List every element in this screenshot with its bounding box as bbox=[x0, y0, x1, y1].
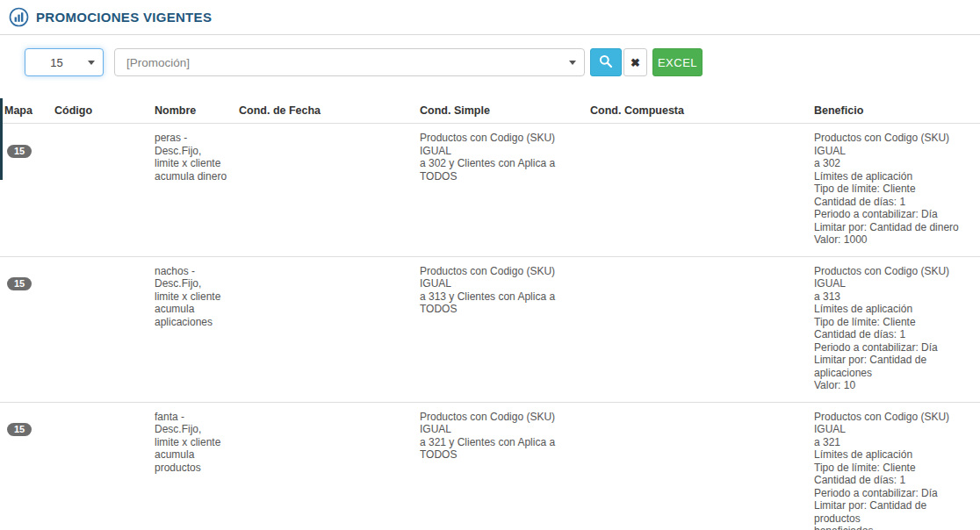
clear-search-button[interactable]: ✖ bbox=[623, 48, 647, 76]
search-icon bbox=[599, 54, 613, 71]
table-row: 15 peras - Desc.Fijo, limite x cliente a… bbox=[0, 124, 980, 256]
map-badge[interactable]: 15 bbox=[7, 423, 32, 436]
page-size-value: 15 bbox=[25, 56, 88, 69]
cell-cond-compuesta bbox=[586, 403, 810, 530]
table-row: 15 nachos - Desc.Fijo, limite x cliente … bbox=[0, 256, 980, 402]
excel-export-button[interactable]: EXCEL bbox=[652, 48, 703, 76]
promotion-filter-combobox[interactable]: [Promoción] bbox=[114, 48, 585, 76]
column-header-cond-simple: Cond. Simple bbox=[415, 100, 586, 123]
left-edge-scrollbar-thumb[interactable] bbox=[0, 98, 3, 180]
chevron-down-icon bbox=[88, 61, 95, 65]
cell-mapa: 15 bbox=[0, 124, 50, 256]
cell-mapa: 15 bbox=[0, 257, 50, 402]
cell-beneficio: Productos con Codigo (SKU) IGUAL a 313 L… bbox=[810, 257, 980, 402]
search-button[interactable] bbox=[590, 48, 622, 76]
cell-cond-compuesta bbox=[586, 124, 810, 256]
column-header-mapa: Mapa bbox=[0, 100, 50, 123]
excel-button-label: EXCEL bbox=[658, 56, 697, 69]
app-header: PROMOCIONES VIGENTES bbox=[0, 0, 980, 35]
cell-cond-simple: Productos con Codigo (SKU) IGUAL a 302 y… bbox=[415, 124, 586, 256]
column-header-nombre: Nombre bbox=[150, 100, 234, 123]
promotions-table: Mapa Código Nombre Cond. de Fecha Cond. … bbox=[0, 100, 980, 530]
cell-beneficio: Productos con Codigo (SKU) IGUAL a 321 L… bbox=[810, 403, 980, 530]
page-title: PROMOCIONES VIGENTES bbox=[36, 10, 212, 25]
cell-cond-fecha bbox=[234, 403, 415, 530]
cell-nombre: fanta - Desc.Fijo, limite x cliente acum… bbox=[150, 403, 234, 530]
map-badge[interactable]: 15 bbox=[7, 277, 32, 290]
column-header-cond-fecha: Cond. de Fecha bbox=[234, 100, 415, 123]
cell-codigo bbox=[50, 257, 150, 402]
toolbar: 15 [Promoción] ✖ EXCEL bbox=[25, 48, 980, 76]
table-body: 15 peras - Desc.Fijo, limite x cliente a… bbox=[0, 124, 980, 530]
x-icon: ✖ bbox=[631, 56, 640, 69]
cell-cond-fecha bbox=[234, 124, 415, 256]
cell-cond-compuesta bbox=[586, 257, 810, 402]
column-header-beneficio: Beneficio bbox=[810, 100, 980, 123]
cell-cond-fecha bbox=[234, 257, 415, 402]
table-header-row: Mapa Código Nombre Cond. de Fecha Cond. … bbox=[0, 100, 980, 124]
column-header-cond-compuesta: Cond. Compuesta bbox=[586, 100, 810, 123]
table-row: 15 fanta - Desc.Fijo, limite x cliente a… bbox=[0, 402, 980, 530]
page-size-select[interactable]: 15 bbox=[25, 48, 104, 76]
cell-codigo bbox=[50, 124, 150, 256]
cell-cond-simple: Productos con Codigo (SKU) IGUAL a 313 y… bbox=[415, 257, 586, 402]
cell-nombre: peras - Desc.Fijo, limite x cliente acum… bbox=[150, 124, 234, 256]
cell-nombre: nachos - Desc.Fijo, limite x cliente acu… bbox=[150, 257, 234, 402]
cell-codigo bbox=[50, 403, 150, 530]
cell-beneficio: Productos con Codigo (SKU) IGUAL a 302 L… bbox=[810, 124, 980, 256]
column-header-codigo: Código bbox=[50, 100, 150, 123]
cell-cond-simple: Productos con Codigo (SKU) IGUAL a 321 y… bbox=[415, 403, 586, 530]
chevron-down-icon bbox=[569, 61, 576, 65]
cell-mapa: 15 bbox=[0, 403, 50, 530]
bar-chart-icon bbox=[9, 7, 29, 27]
promotion-filter-value: [Promoción] bbox=[126, 56, 569, 69]
map-badge[interactable]: 15 bbox=[7, 145, 32, 158]
